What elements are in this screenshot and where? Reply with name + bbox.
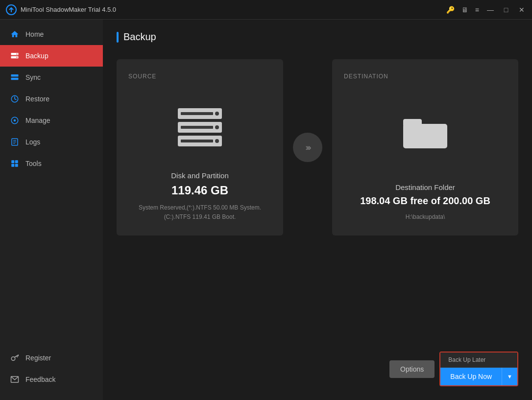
- destination-label: DESTINATION: [344, 73, 388, 80]
- disk-row-mid: [178, 122, 222, 133]
- title-bar-actions: 🔑 🖥 ≡ — □ ✕: [446, 5, 526, 14]
- svg-rect-24: [403, 119, 422, 127]
- destination-path: H:\backupdata\: [406, 212, 445, 222]
- nav-bottom: Register Feedback: [0, 347, 103, 400]
- backup-row: SOURCE: [117, 59, 518, 235]
- disk-dot-1: [215, 112, 219, 116]
- svg-rect-6: [11, 78, 19, 80]
- disk-row-top: [178, 108, 222, 119]
- disk-slot-1: [181, 112, 213, 115]
- maximize-button[interactable]: □: [502, 5, 510, 14]
- monitor-icon[interactable]: 🖥: [461, 6, 468, 14]
- sidebar-label-manage: Manage: [25, 117, 50, 124]
- home-icon: [10, 29, 20, 39]
- logs-icon: [10, 137, 20, 147]
- menu-icon[interactable]: ≡: [475, 6, 479, 14]
- svg-rect-23: [403, 124, 447, 148]
- restore-icon: [10, 94, 20, 104]
- sidebar-label-logs: Logs: [25, 138, 40, 146]
- sidebar-label-home: Home: [25, 30, 44, 38]
- action-bar: Options Back Up Later Back Up Now ▼: [389, 352, 518, 386]
- source-size: 119.46 GB: [171, 184, 228, 197]
- sidebar-label-feedback: Feedback: [25, 376, 55, 383]
- svg-line-19: [15, 355, 19, 357]
- sidebar-label-restore: Restore: [25, 95, 49, 103]
- sidebar-item-sync[interactable]: Sync: [0, 67, 103, 88]
- app-title: MiniTool ShadowMaker Trial 4.5.0: [21, 6, 446, 13]
- svg-rect-16: [11, 164, 14, 167]
- disk-dot-3: [215, 139, 219, 143]
- feedback-mail-icon: [10, 375, 20, 384]
- source-label: SOURCE: [128, 73, 156, 80]
- page-title-area: Backup: [117, 31, 518, 43]
- title-accent-bar: [117, 32, 119, 43]
- svg-rect-5: [11, 74, 19, 77]
- sidebar-label-register: Register: [25, 354, 51, 362]
- destination-description: Destination Folder: [395, 183, 455, 191]
- title-bar: MiniTool ShadowMaker Trial 4.5.0 🔑 🖥 ≡ —…: [0, 0, 532, 20]
- sidebar-item-feedback[interactable]: Feedback: [0, 369, 103, 390]
- disk-icon: [178, 108, 222, 146]
- svg-point-4: [16, 57, 17, 58]
- sidebar-item-manage[interactable]: Manage: [0, 110, 103, 131]
- sidebar-item-logs[interactable]: Logs: [0, 131, 103, 153]
- source-description: Disk and Partition: [171, 171, 229, 180]
- backup-now-dropdown-button[interactable]: ▼: [502, 368, 517, 385]
- arrow-connector: ›››: [283, 133, 332, 162]
- backup-icon: [10, 51, 20, 61]
- sidebar-label-tools: Tools: [25, 160, 42, 167]
- source-card[interactable]: SOURCE: [117, 59, 283, 235]
- svg-point-3: [16, 53, 17, 54]
- disk-slot-2: [181, 126, 213, 129]
- disk-slot-3: [181, 140, 213, 142]
- sidebar-label-backup: Backup: [25, 52, 48, 60]
- sidebar-label-sync: Sync: [25, 73, 41, 81]
- svg-point-9: [14, 119, 16, 122]
- backup-now-row: Back Up Now ▼: [440, 367, 517, 385]
- minimize-button[interactable]: —: [486, 5, 495, 14]
- destination-size: 198.04 GB free of 200.00 GB: [360, 195, 490, 207]
- svg-rect-17: [15, 164, 18, 167]
- app-logo: [6, 4, 17, 15]
- destination-icon-area: [403, 92, 447, 183]
- app-body: Home Backup Sync: [0, 20, 532, 400]
- key-icon[interactable]: 🔑: [446, 6, 455, 14]
- back-up-now-button[interactable]: Back Up Now: [440, 368, 502, 385]
- svg-rect-14: [11, 160, 14, 163]
- main-content: Backup SOURCE: [103, 20, 532, 400]
- svg-rect-15: [15, 160, 18, 163]
- sidebar-item-register[interactable]: Register: [0, 347, 103, 369]
- sidebar-item-tools[interactable]: Tools: [0, 153, 103, 174]
- tools-icon: [10, 159, 20, 168]
- manage-icon: [10, 116, 20, 125]
- close-button[interactable]: ✕: [517, 5, 526, 14]
- arrow-circle-icon: ›››: [293, 133, 322, 162]
- register-key-icon: [10, 353, 20, 363]
- disk-row-bot: [178, 136, 222, 146]
- options-button[interactable]: Options: [389, 360, 435, 378]
- page-title: Backup: [123, 31, 156, 43]
- source-detail: System Reserved,(*:).NTFS 50.00 MB Syste…: [139, 203, 261, 222]
- sidebar-item-restore[interactable]: Restore: [0, 88, 103, 110]
- sidebar: Home Backup Sync: [0, 20, 103, 400]
- back-up-later-button[interactable]: Back Up Later: [440, 353, 517, 367]
- destination-card[interactable]: DESTINATION Destination Folder 198.04 GB…: [332, 59, 518, 235]
- sidebar-item-home[interactable]: Home: [0, 24, 103, 45]
- sync-icon: [10, 72, 20, 82]
- folder-icon: [403, 115, 447, 151]
- sidebar-item-backup[interactable]: Backup: [0, 45, 103, 67]
- backup-button-group: Back Up Later Back Up Now ▼: [439, 352, 518, 386]
- disk-dot-2: [215, 125, 219, 129]
- source-icon-area: [178, 92, 222, 171]
